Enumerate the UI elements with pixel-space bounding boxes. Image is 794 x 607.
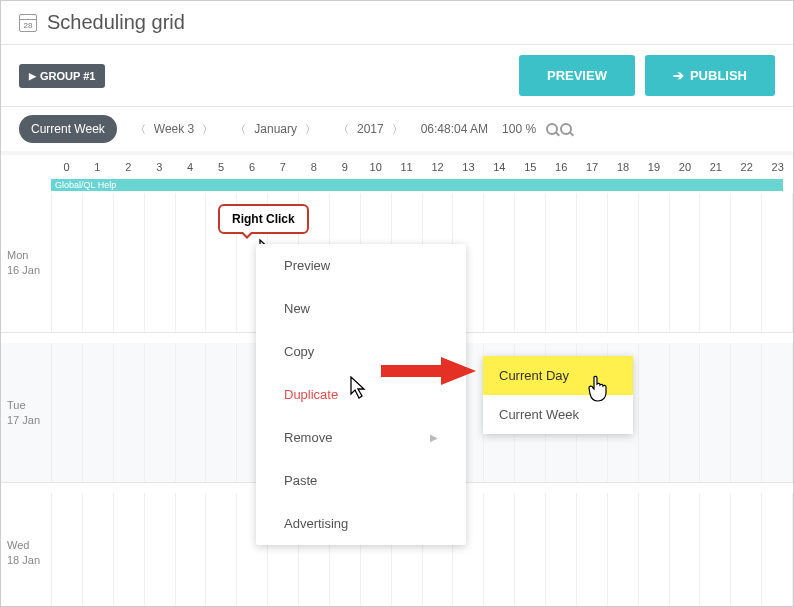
hour-cell: 0 <box>51 161 82 173</box>
hour-cell: 5 <box>206 161 237 173</box>
week-label[interactable]: Week 3 <box>154 122 194 136</box>
year-next[interactable]: 〉 <box>388 120 407 139</box>
preview-button-label: PREVIEW <box>547 68 607 83</box>
ctx-paste[interactable]: Paste <box>256 459 466 502</box>
calendar-icon: 28 <box>19 14 37 32</box>
hour-cell: 7 <box>267 161 298 173</box>
ctx-advertising[interactable]: Advertising <box>256 502 466 545</box>
toolbar: ▶ GROUP #1 PREVIEW ➔ PUBLISH <box>1 45 793 107</box>
week-prev[interactable]: 〈 <box>131 120 150 139</box>
hour-cell: 18 <box>608 161 639 173</box>
ctx-preview[interactable]: Preview <box>256 244 466 287</box>
day-label-tue: Tue17 Jan <box>7 398 47 428</box>
hour-cell: 10 <box>360 161 391 173</box>
hour-cell: 8 <box>298 161 329 173</box>
hour-cell: 23 <box>762 161 793 173</box>
hour-cell: 11 <box>391 161 422 173</box>
hour-cell: 1 <box>82 161 113 173</box>
hour-cell: 16 <box>546 161 577 173</box>
month-label[interactable]: January <box>254 122 297 136</box>
right-click-tooltip: Right Click <box>218 204 309 234</box>
hour-cell: 12 <box>422 161 453 173</box>
cursor-icon <box>350 376 370 402</box>
hour-cell: 9 <box>329 161 360 173</box>
hour-header: 01234567891011121314151617181920212223 <box>1 155 793 179</box>
month-prev[interactable]: 〈 <box>231 120 250 139</box>
hour-cell: 21 <box>700 161 731 173</box>
time-label: 06:48:04 AM <box>421 122 488 136</box>
hand-cursor-icon <box>586 375 610 403</box>
hour-cell: 15 <box>515 161 546 173</box>
svg-marker-0 <box>381 357 476 385</box>
hour-cell: 13 <box>453 161 484 173</box>
hour-cell: 4 <box>175 161 206 173</box>
current-week-pill[interactable]: Current Week <box>19 115 117 143</box>
day-label-mon: Mon16 Jan <box>7 248 47 278</box>
day-label-wed: Wed18 Jan <box>7 538 47 568</box>
ctx-new[interactable]: New <box>256 287 466 330</box>
page-header: 28 Scheduling grid <box>1 1 793 45</box>
hour-cell: 20 <box>669 161 700 173</box>
zoom-out-icon[interactable] <box>560 123 572 135</box>
preview-button[interactable]: PREVIEW <box>519 55 635 96</box>
duplicate-submenu: Current Day Current Week <box>483 356 633 434</box>
event-bar[interactable]: Global/QL Help <box>51 179 783 191</box>
zoom-label: 100 % <box>502 122 536 136</box>
ctx-remove[interactable]: Remove ▶ <box>256 416 466 459</box>
submenu-current-week[interactable]: Current Week <box>483 395 633 434</box>
year-prev[interactable]: 〈 <box>334 120 353 139</box>
year-label[interactable]: 2017 <box>357 122 384 136</box>
group-button[interactable]: ▶ GROUP #1 <box>19 64 105 88</box>
hour-cell: 19 <box>639 161 670 173</box>
publish-button[interactable]: ➔ PUBLISH <box>645 55 775 96</box>
hour-cell: 6 <box>237 161 268 173</box>
arrow-right-icon: ➔ <box>673 68 684 83</box>
group-button-label: GROUP #1 <box>40 70 95 82</box>
page-title: Scheduling grid <box>47 11 185 34</box>
hour-cell: 17 <box>577 161 608 173</box>
hour-cell: 2 <box>113 161 144 173</box>
date-nav: Current Week 〈 Week 3 〉 〈 January 〉 〈 20… <box>1 107 793 151</box>
zoom-in-icon[interactable] <box>546 123 558 135</box>
chevron-right-icon: ▶ <box>430 432 438 443</box>
hour-cell: 3 <box>144 161 175 173</box>
arrow-annotation <box>381 353 481 393</box>
hour-cell: 14 <box>484 161 515 173</box>
publish-button-label: PUBLISH <box>690 68 747 83</box>
month-next[interactable]: 〉 <box>301 120 320 139</box>
submenu-current-day[interactable]: Current Day <box>483 356 633 395</box>
week-next[interactable]: 〉 <box>198 120 217 139</box>
hour-cell: 22 <box>731 161 762 173</box>
caret-right-icon: ▶ <box>29 71 36 81</box>
